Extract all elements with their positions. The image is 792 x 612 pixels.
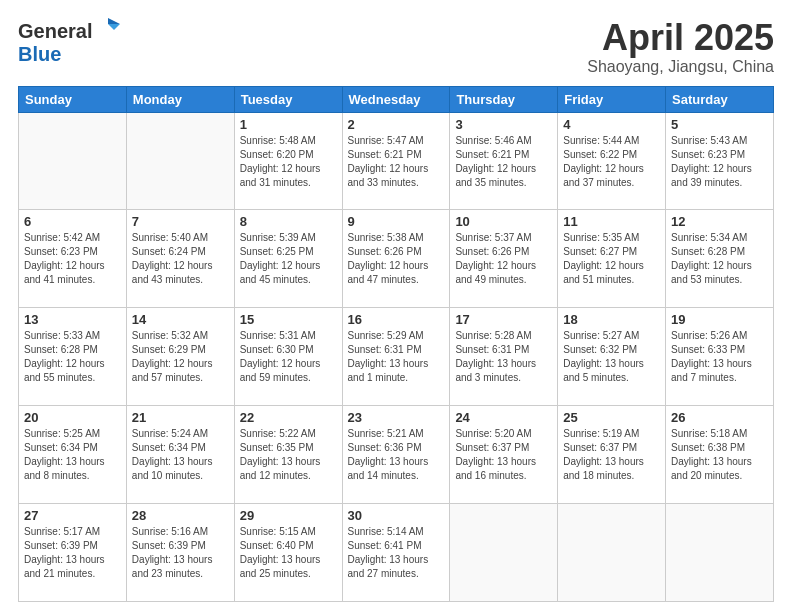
day-number: 29 (240, 508, 337, 523)
day-info: Sunrise: 5:47 AM Sunset: 6:21 PM Dayligh… (348, 134, 445, 190)
logo-icon (94, 14, 124, 44)
day-number: 14 (132, 312, 229, 327)
day-info: Sunrise: 5:26 AM Sunset: 6:33 PM Dayligh… (671, 329, 768, 385)
day-number: 11 (563, 214, 660, 229)
day-number: 17 (455, 312, 552, 327)
week-row: 27Sunrise: 5:17 AM Sunset: 6:39 PM Dayli… (19, 504, 774, 602)
location-subtitle: Shaoyang, Jiangsu, China (587, 58, 774, 76)
title-section: April 2025 Shaoyang, Jiangsu, China (587, 18, 774, 76)
day-of-week-header: Wednesday (342, 86, 450, 112)
day-info: Sunrise: 5:24 AM Sunset: 6:34 PM Dayligh… (132, 427, 229, 483)
day-info: Sunrise: 5:17 AM Sunset: 6:39 PM Dayligh… (24, 525, 121, 581)
day-of-week-header: Thursday (450, 86, 558, 112)
day-number: 15 (240, 312, 337, 327)
calendar-cell (450, 504, 558, 602)
week-row: 20Sunrise: 5:25 AM Sunset: 6:34 PM Dayli… (19, 406, 774, 504)
calendar-cell: 6Sunrise: 5:42 AM Sunset: 6:23 PM Daylig… (19, 210, 127, 308)
calendar-cell: 8Sunrise: 5:39 AM Sunset: 6:25 PM Daylig… (234, 210, 342, 308)
calendar-cell: 10Sunrise: 5:37 AM Sunset: 6:26 PM Dayli… (450, 210, 558, 308)
day-info: Sunrise: 5:28 AM Sunset: 6:31 PM Dayligh… (455, 329, 552, 385)
calendar-cell (666, 504, 774, 602)
week-row: 6Sunrise: 5:42 AM Sunset: 6:23 PM Daylig… (19, 210, 774, 308)
calendar-cell (126, 112, 234, 210)
logo-general-text: General (18, 21, 92, 41)
calendar-cell (19, 112, 127, 210)
calendar-cell: 9Sunrise: 5:38 AM Sunset: 6:26 PM Daylig… (342, 210, 450, 308)
calendar-cell: 27Sunrise: 5:17 AM Sunset: 6:39 PM Dayli… (19, 504, 127, 602)
day-number: 19 (671, 312, 768, 327)
day-number: 21 (132, 410, 229, 425)
week-row: 13Sunrise: 5:33 AM Sunset: 6:28 PM Dayli… (19, 308, 774, 406)
day-number: 20 (24, 410, 121, 425)
day-info: Sunrise: 5:27 AM Sunset: 6:32 PM Dayligh… (563, 329, 660, 385)
day-info: Sunrise: 5:21 AM Sunset: 6:36 PM Dayligh… (348, 427, 445, 483)
day-info: Sunrise: 5:44 AM Sunset: 6:22 PM Dayligh… (563, 134, 660, 190)
calendar-cell: 23Sunrise: 5:21 AM Sunset: 6:36 PM Dayli… (342, 406, 450, 504)
day-number: 23 (348, 410, 445, 425)
svg-marker-0 (108, 18, 120, 24)
day-info: Sunrise: 5:33 AM Sunset: 6:28 PM Dayligh… (24, 329, 121, 385)
day-info: Sunrise: 5:43 AM Sunset: 6:23 PM Dayligh… (671, 134, 768, 190)
day-info: Sunrise: 5:15 AM Sunset: 6:40 PM Dayligh… (240, 525, 337, 581)
calendar-cell: 2Sunrise: 5:47 AM Sunset: 6:21 PM Daylig… (342, 112, 450, 210)
day-info: Sunrise: 5:22 AM Sunset: 6:35 PM Dayligh… (240, 427, 337, 483)
day-of-week-header: Friday (558, 86, 666, 112)
calendar-cell: 12Sunrise: 5:34 AM Sunset: 6:28 PM Dayli… (666, 210, 774, 308)
day-info: Sunrise: 5:48 AM Sunset: 6:20 PM Dayligh… (240, 134, 337, 190)
logo: General Blue (18, 18, 124, 64)
day-number: 2 (348, 117, 445, 132)
day-number: 27 (24, 508, 121, 523)
calendar-table: SundayMondayTuesdayWednesdayThursdayFrid… (18, 86, 774, 602)
day-number: 22 (240, 410, 337, 425)
logo-blue-text: Blue (18, 44, 61, 64)
calendar-cell: 29Sunrise: 5:15 AM Sunset: 6:40 PM Dayli… (234, 504, 342, 602)
day-number: 10 (455, 214, 552, 229)
calendar-cell: 1Sunrise: 5:48 AM Sunset: 6:20 PM Daylig… (234, 112, 342, 210)
day-info: Sunrise: 5:35 AM Sunset: 6:27 PM Dayligh… (563, 231, 660, 287)
day-number: 12 (671, 214, 768, 229)
day-info: Sunrise: 5:14 AM Sunset: 6:41 PM Dayligh… (348, 525, 445, 581)
calendar-cell: 18Sunrise: 5:27 AM Sunset: 6:32 PM Dayli… (558, 308, 666, 406)
calendar-cell: 13Sunrise: 5:33 AM Sunset: 6:28 PM Dayli… (19, 308, 127, 406)
day-info: Sunrise: 5:31 AM Sunset: 6:30 PM Dayligh… (240, 329, 337, 385)
calendar-cell: 22Sunrise: 5:22 AM Sunset: 6:35 PM Dayli… (234, 406, 342, 504)
page: General Blue April 2025 Shaoyang, Jiangs… (0, 0, 792, 612)
day-number: 5 (671, 117, 768, 132)
day-number: 7 (132, 214, 229, 229)
day-info: Sunrise: 5:39 AM Sunset: 6:25 PM Dayligh… (240, 231, 337, 287)
day-number: 30 (348, 508, 445, 523)
calendar-cell: 4Sunrise: 5:44 AM Sunset: 6:22 PM Daylig… (558, 112, 666, 210)
day-info: Sunrise: 5:25 AM Sunset: 6:34 PM Dayligh… (24, 427, 121, 483)
day-info: Sunrise: 5:34 AM Sunset: 6:28 PM Dayligh… (671, 231, 768, 287)
day-info: Sunrise: 5:18 AM Sunset: 6:38 PM Dayligh… (671, 427, 768, 483)
calendar-cell: 11Sunrise: 5:35 AM Sunset: 6:27 PM Dayli… (558, 210, 666, 308)
calendar-cell: 7Sunrise: 5:40 AM Sunset: 6:24 PM Daylig… (126, 210, 234, 308)
day-info: Sunrise: 5:46 AM Sunset: 6:21 PM Dayligh… (455, 134, 552, 190)
day-number: 18 (563, 312, 660, 327)
day-number: 4 (563, 117, 660, 132)
day-info: Sunrise: 5:16 AM Sunset: 6:39 PM Dayligh… (132, 525, 229, 581)
day-of-week-header: Tuesday (234, 86, 342, 112)
day-info: Sunrise: 5:38 AM Sunset: 6:26 PM Dayligh… (348, 231, 445, 287)
day-info: Sunrise: 5:20 AM Sunset: 6:37 PM Dayligh… (455, 427, 552, 483)
calendar-cell: 30Sunrise: 5:14 AM Sunset: 6:41 PM Dayli… (342, 504, 450, 602)
day-info: Sunrise: 5:40 AM Sunset: 6:24 PM Dayligh… (132, 231, 229, 287)
day-info: Sunrise: 5:32 AM Sunset: 6:29 PM Dayligh… (132, 329, 229, 385)
day-number: 28 (132, 508, 229, 523)
day-info: Sunrise: 5:29 AM Sunset: 6:31 PM Dayligh… (348, 329, 445, 385)
calendar-cell: 5Sunrise: 5:43 AM Sunset: 6:23 PM Daylig… (666, 112, 774, 210)
month-title: April 2025 (587, 18, 774, 58)
calendar-cell: 25Sunrise: 5:19 AM Sunset: 6:37 PM Dayli… (558, 406, 666, 504)
day-number: 9 (348, 214, 445, 229)
calendar-header-row: SundayMondayTuesdayWednesdayThursdayFrid… (19, 86, 774, 112)
day-number: 6 (24, 214, 121, 229)
calendar-cell: 17Sunrise: 5:28 AM Sunset: 6:31 PM Dayli… (450, 308, 558, 406)
calendar-cell (558, 504, 666, 602)
day-number: 25 (563, 410, 660, 425)
calendar-cell: 3Sunrise: 5:46 AM Sunset: 6:21 PM Daylig… (450, 112, 558, 210)
calendar-cell: 15Sunrise: 5:31 AM Sunset: 6:30 PM Dayli… (234, 308, 342, 406)
day-number: 26 (671, 410, 768, 425)
day-number: 8 (240, 214, 337, 229)
calendar-cell: 26Sunrise: 5:18 AM Sunset: 6:38 PM Dayli… (666, 406, 774, 504)
day-number: 3 (455, 117, 552, 132)
